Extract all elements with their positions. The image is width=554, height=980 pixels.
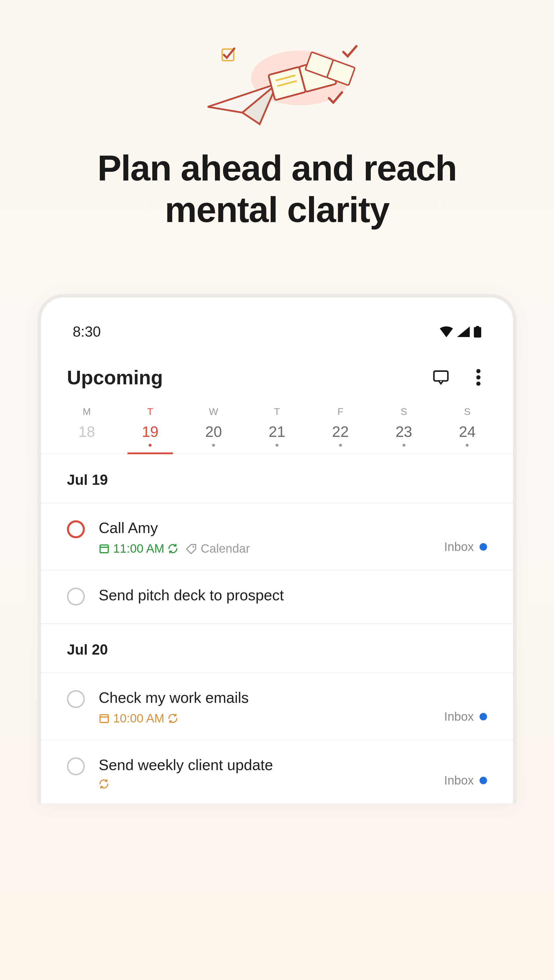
day-cell[interactable]: F 22 bbox=[312, 406, 369, 453]
day-number: 24 bbox=[459, 423, 476, 441]
project-dot bbox=[479, 713, 487, 720]
task-time: 11:00 AM bbox=[99, 542, 178, 555]
task-checkbox[interactable] bbox=[67, 690, 85, 708]
task-tag: Calendar bbox=[186, 542, 250, 555]
project-label: Inbox bbox=[444, 710, 474, 724]
day-letter: T bbox=[147, 406, 153, 417]
task-checkbox[interactable] bbox=[67, 587, 85, 605]
tag-icon bbox=[186, 543, 197, 554]
day-dot bbox=[149, 444, 151, 447]
day-cell[interactable]: S 23 bbox=[376, 406, 432, 453]
day-cell[interactable]: T 21 bbox=[248, 406, 305, 453]
task-meta: 11:00 AM Calendar bbox=[99, 542, 430, 555]
more-icon[interactable] bbox=[470, 369, 487, 386]
page-title: Upcoming bbox=[67, 366, 163, 389]
day-dot bbox=[275, 444, 279, 447]
svg-point-14 bbox=[476, 375, 481, 380]
day-number: 18 bbox=[78, 423, 95, 441]
svg-rect-19 bbox=[100, 715, 108, 723]
svg-point-15 bbox=[476, 381, 481, 386]
app-header: Upcoming bbox=[41, 354, 513, 397]
day-number: 22 bbox=[332, 423, 349, 441]
svg-point-18 bbox=[193, 546, 194, 547]
day-dot bbox=[403, 444, 405, 447]
task-time: 10:00 AM bbox=[99, 712, 178, 725]
project-dot bbox=[479, 777, 487, 784]
hero-heading: Plan ahead and reach mental clarity bbox=[97, 147, 457, 230]
phone-frame: 8:30 Upcoming M 18 T 19 bbox=[38, 294, 516, 804]
day-letter: M bbox=[83, 406, 91, 417]
project-label: Inbox bbox=[444, 540, 474, 554]
task-item[interactable]: Send weekly client update Inbox bbox=[41, 741, 513, 804]
hero-heading-line1: Plan ahead and reach bbox=[97, 148, 457, 188]
task-checkbox[interactable] bbox=[67, 520, 85, 538]
task-item[interactable]: Check my work emails 10:00 AM Inbox bbox=[41, 673, 513, 741]
status-time: 8:30 bbox=[73, 323, 101, 340]
recurring-icon bbox=[99, 779, 109, 789]
task-meta: 10:00 AM bbox=[99, 712, 430, 725]
week-row: M 18 T 19 W 20 T 21 F 22 S 23 bbox=[41, 397, 513, 454]
battery-icon bbox=[474, 326, 481, 338]
day-dot bbox=[466, 444, 469, 447]
day-dot bbox=[339, 444, 342, 447]
day-number: 19 bbox=[142, 423, 158, 441]
section-header: Jul 19 bbox=[41, 454, 513, 503]
comment-icon[interactable] bbox=[432, 369, 449, 386]
task-recurring bbox=[99, 779, 109, 789]
task-item[interactable]: Send pitch deck to prospect bbox=[41, 571, 513, 624]
project-dot bbox=[479, 543, 487, 551]
app-header-actions bbox=[432, 369, 487, 386]
task-project: Inbox bbox=[444, 710, 487, 724]
day-number: 21 bbox=[269, 423, 285, 441]
day-letter: F bbox=[337, 406, 343, 417]
day-letter: S bbox=[401, 406, 407, 417]
hero-heading-line2: mental clarity bbox=[165, 190, 389, 230]
day-cell[interactable]: M 18 bbox=[58, 406, 115, 453]
signal-icon bbox=[457, 326, 470, 337]
svg-rect-16 bbox=[100, 545, 108, 553]
task-title: Call Amy bbox=[99, 519, 430, 536]
recurring-icon bbox=[168, 713, 178, 724]
task-meta bbox=[99, 779, 430, 789]
task-title: Send pitch deck to prospect bbox=[99, 586, 487, 604]
day-cell[interactable]: S 24 bbox=[439, 406, 496, 453]
status-icons bbox=[440, 326, 481, 338]
day-number: 20 bbox=[205, 423, 222, 441]
hero-illustration bbox=[190, 40, 364, 139]
recurring-icon bbox=[168, 543, 178, 554]
project-label: Inbox bbox=[444, 774, 474, 787]
wifi-icon bbox=[440, 326, 453, 337]
task-project: Inbox bbox=[444, 774, 487, 787]
svg-rect-10 bbox=[474, 327, 481, 337]
calendar-icon bbox=[99, 713, 110, 724]
task-project: Inbox bbox=[444, 540, 487, 554]
task-title: Send weekly client update bbox=[99, 756, 430, 774]
svg-rect-11 bbox=[476, 326, 479, 327]
status-bar: 8:30 bbox=[41, 315, 513, 354]
day-letter: S bbox=[464, 406, 471, 417]
day-dot bbox=[212, 444, 215, 447]
day-cell[interactable]: T 19 bbox=[122, 406, 178, 453]
task-checkbox[interactable] bbox=[67, 757, 85, 775]
svg-point-13 bbox=[476, 369, 481, 373]
svg-rect-12 bbox=[434, 371, 448, 381]
task-item[interactable]: Call Amy 11:00 AM Calendar Inbox bbox=[41, 503, 513, 571]
day-number: 23 bbox=[396, 423, 412, 441]
task-title: Check my work emails bbox=[99, 689, 430, 706]
day-letter: W bbox=[209, 406, 218, 417]
calendar-icon bbox=[99, 543, 110, 554]
section-header: Jul 20 bbox=[41, 624, 513, 673]
day-letter: T bbox=[274, 406, 280, 417]
day-cell[interactable]: W 20 bbox=[185, 406, 242, 453]
